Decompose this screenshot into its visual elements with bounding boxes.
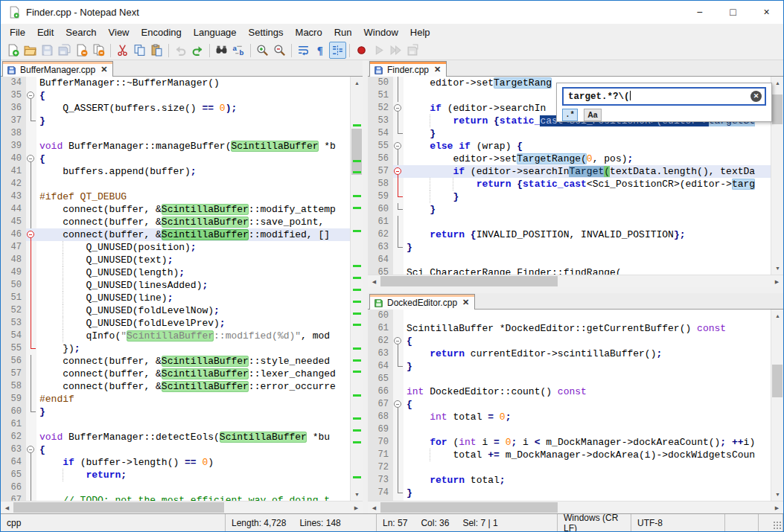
zoom-in-icon[interactable]: [254, 42, 271, 59]
new-file-icon[interactable]: [4, 42, 22, 59]
fold-margin[interactable]: [26, 418, 36, 431]
fold-margin[interactable]: [26, 77, 36, 89]
fold-margin[interactable]: [393, 203, 404, 216]
menu-edit[interactable]: Edit: [31, 25, 60, 40]
fold-margin[interactable]: [393, 449, 404, 461]
tab-buffermanager[interactable]: BufferManager.cpp ✕: [2, 61, 113, 77]
line-number[interactable]: 69: [368, 423, 393, 436]
show-all-characters-icon[interactable]: ¶: [312, 42, 329, 59]
line-number[interactable]: 38: [1, 127, 26, 140]
line-number[interactable]: 58: [368, 178, 393, 190]
close-button[interactable]: ×: [750, 1, 783, 24]
line-number[interactable]: 53: [1, 317, 26, 330]
fold-margin[interactable]: [393, 178, 404, 190]
line-number[interactable]: 42: [1, 178, 26, 190]
line-number[interactable]: 65: [368, 266, 393, 275]
line-number[interactable]: 54: [368, 127, 393, 140]
tab-close-icon[interactable]: ✕: [461, 298, 469, 307]
line-number[interactable]: 52: [1, 304, 26, 317]
fold-margin[interactable]: [26, 292, 36, 304]
fold-margin[interactable]: [393, 310, 404, 322]
fold-margin[interactable]: [26, 115, 36, 127]
line-number[interactable]: 51: [368, 89, 393, 102]
line-number[interactable]: 55: [368, 140, 393, 153]
find-icon[interactable]: [213, 42, 230, 59]
line-number[interactable]: 36: [1, 102, 26, 115]
fold-margin[interactable]: [26, 304, 36, 317]
line-number[interactable]: 56: [1, 355, 26, 368]
fold-margin[interactable]: [393, 89, 404, 102]
fold-margin[interactable]: [26, 456, 36, 469]
fold-margin[interactable]: [26, 165, 36, 178]
fold-margin[interactable]: [26, 254, 36, 266]
line-number[interactable]: 65: [368, 373, 393, 385]
fold-margin[interactable]: [393, 228, 404, 241]
line-number[interactable]: 67: [1, 494, 26, 501]
fold-margin[interactable]: [26, 216, 36, 228]
fold-margin[interactable]: [26, 431, 36, 443]
regex-toggle-button[interactable]: .*: [562, 109, 578, 121]
line-number[interactable]: 62: [368, 228, 393, 241]
v-scrollbar[interactable]: ▲▼: [771, 77, 783, 275]
line-number[interactable]: 67: [368, 398, 393, 411]
line-number[interactable]: 61: [368, 322, 393, 335]
clear-search-icon[interactable]: ✕: [750, 91, 762, 102]
line-number[interactable]: 59: [1, 393, 26, 406]
line-number[interactable]: 54: [1, 330, 26, 342]
v-scrollbar-thumb[interactable]: [772, 365, 783, 397]
search-input[interactable]: target.*?\(: [562, 87, 766, 106]
line-number[interactable]: 60: [1, 406, 26, 418]
fold-margin[interactable]: [393, 241, 404, 254]
fold-margin[interactable]: [26, 140, 36, 153]
fold-margin[interactable]: [393, 190, 404, 203]
line-number[interactable]: 55: [1, 342, 26, 355]
line-number[interactable]: 62: [1, 431, 26, 443]
line-number[interactable]: 68: [368, 411, 393, 423]
fold-margin[interactable]: [393, 474, 404, 487]
line-number[interactable]: 37: [1, 115, 26, 127]
line-number[interactable]: 74: [368, 487, 393, 499]
line-number[interactable]: 57: [1, 368, 26, 380]
status-language[interactable]: cpp: [1, 514, 226, 531]
fold-margin[interactable]: [26, 203, 36, 216]
menu-file[interactable]: File: [4, 25, 31, 40]
h-scrollbar-thumb[interactable]: [380, 276, 558, 286]
fold-margin[interactable]: [393, 266, 404, 275]
resize-grip[interactable]: [773, 521, 782, 530]
fold-margin[interactable]: [393, 77, 404, 89]
fold-margin[interactable]: [26, 178, 36, 190]
fold-margin[interactable]: [26, 317, 36, 330]
fold-margin[interactable]: [393, 115, 404, 127]
fold-margin[interactable]: [393, 216, 404, 228]
fold-margin[interactable]: [393, 102, 404, 115]
fold-margin[interactable]: [26, 241, 36, 254]
editor-buffermanager[interactable]: 34BufferManager::~BufferManager()35{36 Q…: [1, 77, 363, 501]
line-number[interactable]: 64: [368, 360, 393, 373]
close-file-icon[interactable]: [73, 42, 90, 59]
line-number[interactable]: 64: [368, 254, 393, 266]
menu-view[interactable]: View: [103, 25, 136, 40]
fold-margin[interactable]: [393, 373, 404, 385]
fold-margin[interactable]: [26, 494, 36, 501]
line-number[interactable]: 53: [368, 115, 393, 127]
line-number[interactable]: 70: [368, 436, 393, 449]
line-number[interactable]: 50: [368, 77, 393, 89]
line-number[interactable]: 57: [368, 165, 393, 178]
indent-guides-icon[interactable]: [329, 42, 346, 59]
menu-language[interactable]: Language: [188, 25, 243, 40]
fold-margin[interactable]: [393, 423, 404, 436]
line-number[interactable]: 63: [368, 347, 393, 360]
status-encoding[interactable]: UTF-8: [631, 514, 725, 531]
menu-search[interactable]: Search: [60, 25, 102, 40]
horizontal-splitter[interactable]: [368, 287, 783, 293]
fold-margin[interactable]: [393, 411, 404, 423]
zoom-out-icon[interactable]: [271, 42, 288, 59]
replace-icon[interactable]: ab: [230, 42, 247, 59]
h-scrollbar-thumb[interactable]: [13, 502, 224, 513]
fold-margin[interactable]: [393, 322, 404, 335]
close-all-icon[interactable]: [90, 42, 107, 59]
v-scrollbar[interactable]: ▲▼: [771, 310, 783, 501]
menu-help[interactable]: Help: [404, 25, 436, 40]
fold-margin[interactable]: [26, 481, 36, 494]
h-scrollbar-thumb[interactable]: [380, 502, 558, 513]
